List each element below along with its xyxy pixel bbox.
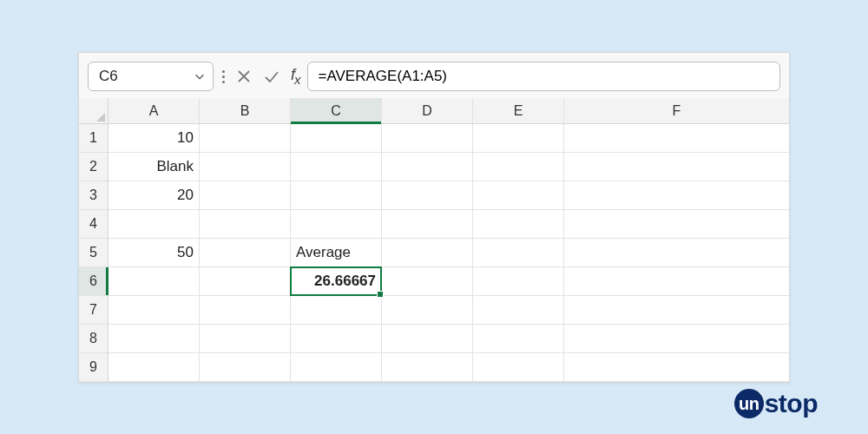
formula-toolbar: C6 fx <box>79 53 789 98</box>
cell-D5[interactable] <box>382 239 473 266</box>
cell-B1[interactable] <box>200 124 291 152</box>
cell-D1[interactable] <box>382 124 473 152</box>
chevron-down-icon <box>194 70 206 82</box>
cell-B5[interactable] <box>200 239 291 266</box>
col-header-D[interactable]: D <box>382 98 473 123</box>
cell-E8[interactable] <box>473 325 564 352</box>
cell-C5[interactable]: Average <box>291 239 382 266</box>
col-header-C[interactable]: C <box>291 98 382 123</box>
row-1: 10 <box>108 124 789 153</box>
cell-C6[interactable]: 26.66667 <box>291 267 382 295</box>
cell-C9[interactable] <box>291 353 382 381</box>
cell-E6[interactable] <box>473 267 564 295</box>
cell-A3[interactable]: 20 <box>108 181 200 209</box>
row-9 <box>108 353 789 382</box>
cell-F4[interactable] <box>564 210 789 238</box>
cell-E5[interactable] <box>473 239 564 266</box>
logo-rest: stop <box>765 389 818 418</box>
cell-D8[interactable] <box>382 325 473 352</box>
vertical-dots-icon <box>220 70 227 83</box>
col-header-B[interactable]: B <box>200 98 291 123</box>
row-headers: 1 2 3 4 5 6 7 8 9 <box>79 98 108 382</box>
column-headers: A B C D E F <box>108 98 789 124</box>
cell-E7[interactable] <box>473 296 564 324</box>
cell-A4[interactable] <box>108 210 200 238</box>
cell-B2[interactable] <box>200 153 291 181</box>
col-header-F[interactable]: F <box>564 98 789 123</box>
formula-input[interactable] <box>307 62 780 91</box>
row-8 <box>108 325 789 353</box>
cell-A8[interactable] <box>108 325 200 352</box>
cell-F6[interactable] <box>564 267 789 295</box>
cell-A1[interactable]: 10 <box>108 124 200 152</box>
row-6: 26.66667 <box>108 267 789 296</box>
cell-B9[interactable] <box>200 353 291 381</box>
cell-D2[interactable] <box>382 153 473 181</box>
cell-F5[interactable] <box>564 239 789 266</box>
row-4 <box>108 210 789 239</box>
cell-E3[interactable] <box>473 181 564 209</box>
row-5: 50 Average <box>108 239 789 267</box>
row-header-3[interactable]: 3 <box>79 181 108 210</box>
cell-E4[interactable] <box>473 210 564 238</box>
cell-A5[interactable]: 50 <box>108 239 200 266</box>
cell-B8[interactable] <box>200 325 291 352</box>
row-header-1[interactable]: 1 <box>79 124 108 153</box>
cell-A6[interactable] <box>108 267 200 295</box>
cell-B6[interactable] <box>200 267 291 295</box>
cell-C2[interactable] <box>291 153 382 181</box>
logo-prefix: un <box>734 389 764 418</box>
cell-F1[interactable] <box>564 124 789 152</box>
cell-D9[interactable] <box>382 353 473 381</box>
row-header-6[interactable]: 6 <box>79 267 108 296</box>
select-all-corner[interactable] <box>79 98 108 124</box>
cell-F8[interactable] <box>564 325 789 352</box>
row-2: Blank <box>108 153 789 181</box>
row-header-9[interactable]: 9 <box>79 353 108 382</box>
row-7 <box>108 296 789 325</box>
name-box[interactable]: C6 <box>88 62 214 91</box>
row-header-7[interactable]: 7 <box>79 296 108 325</box>
formula-controls: fx <box>233 66 300 87</box>
cell-C1[interactable] <box>291 124 382 152</box>
cell-B4[interactable] <box>200 210 291 238</box>
spreadsheet-window: C6 fx 1 2 3 4 5 <box>78 52 790 383</box>
cell-D4[interactable] <box>382 210 473 238</box>
cell-A2[interactable]: Blank <box>108 153 200 181</box>
cell-A7[interactable] <box>108 296 200 324</box>
cell-F7[interactable] <box>564 296 789 324</box>
cell-C8[interactable] <box>291 325 382 352</box>
row-header-2[interactable]: 2 <box>79 153 108 181</box>
col-header-E[interactable]: E <box>473 98 564 123</box>
col-header-A[interactable]: A <box>108 98 200 123</box>
cell-D6[interactable] <box>382 267 473 295</box>
cell-E9[interactable] <box>473 353 564 381</box>
fx-icon[interactable]: fx <box>291 66 300 87</box>
row-3: 20 <box>108 181 789 210</box>
name-box-value: C6 <box>99 68 118 85</box>
cell-D7[interactable] <box>382 296 473 324</box>
unstop-logo: unstop <box>734 389 818 418</box>
cell-A9[interactable] <box>108 353 200 381</box>
cell-C3[interactable] <box>291 181 382 209</box>
cell-C4[interactable] <box>291 210 382 238</box>
cancel-icon[interactable] <box>235 68 253 85</box>
cell-F9[interactable] <box>564 353 789 381</box>
row-header-5[interactable]: 5 <box>79 239 108 267</box>
cells: A B C D E F 10 Blank <box>108 98 789 382</box>
row-header-8[interactable]: 8 <box>79 325 108 353</box>
cell-C7[interactable] <box>291 296 382 324</box>
cell-B3[interactable] <box>200 181 291 209</box>
cell-D3[interactable] <box>382 181 473 209</box>
cell-B7[interactable] <box>200 296 291 324</box>
row-header-4[interactable]: 4 <box>79 210 108 239</box>
cell-E1[interactable] <box>473 124 564 152</box>
grid: 1 2 3 4 5 6 7 8 9 A B C D E F 10 <box>79 98 789 382</box>
cell-F2[interactable] <box>564 153 789 181</box>
cell-F3[interactable] <box>564 181 789 209</box>
cell-E2[interactable] <box>473 153 564 181</box>
enter-icon[interactable] <box>263 68 280 85</box>
